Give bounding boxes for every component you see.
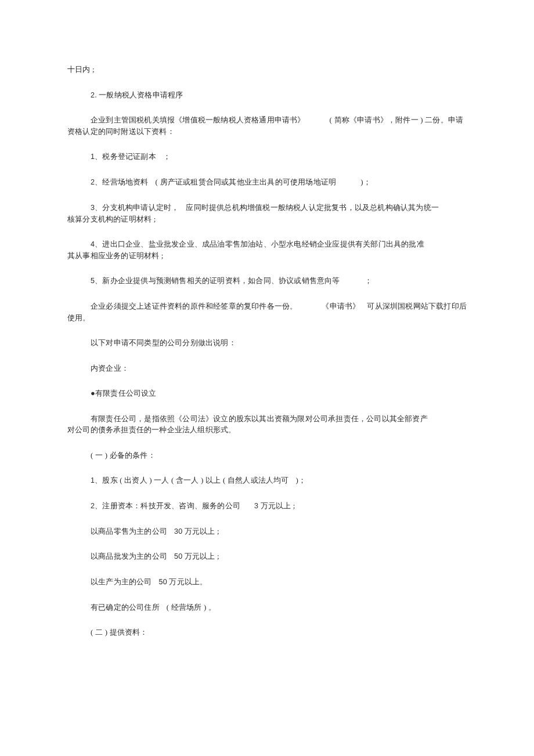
text: ( 一 ) 必备的条件： (91, 451, 156, 460)
text: ( 经营场所 ) 。 (167, 603, 216, 612)
text: 以商品批发为主的公司 (91, 552, 167, 560)
text: 可从深圳国税网站下载打印后 (367, 302, 467, 310)
text: 十日内 ; (67, 65, 95, 74)
list-item-2: 2、经营场地资料( 房产证或租赁合同或其他业主出具的可使用场地证明)； (67, 176, 470, 188)
text: 、经营场地资料 (95, 178, 148, 186)
list-item-1: 1、税务登记证副本； (67, 151, 470, 162)
text: 对公司的债务承担责任的一种企业法人组织形式。 (67, 425, 236, 434)
text: )； (296, 476, 306, 484)
list-item: 有已确定的公司住所( 经营场所 ) 。 (67, 602, 470, 613)
document-page: 十日内 ; 2. 一般纳税人资格申请程序 企业到主管国税机关填报《增值税一般纳税… (67, 64, 470, 638)
numeral: 50 (174, 552, 182, 560)
text: 资格认定的同时附送以下资料： (67, 127, 175, 136)
section-label: ( 二 ) 提供资料： (67, 627, 470, 638)
text: 有限责任公司，是指依照《公司法》设立的股东以其出资额为限对公司承担责任，公司以其… (67, 413, 428, 425)
text: 、进出口企业、盐业批发企业、成品油零售加油站、小型水电经销企业应提供有关部门出具… (95, 240, 424, 248)
text: 、税务登记证副本 (95, 152, 156, 161)
text: 《申请书》 (322, 302, 360, 310)
text: 企业到主管国税机关填报《增值税一般纳税人资格通用申请书》 (67, 114, 305, 126)
section-label: ( 一 ) 必备的条件： (67, 450, 470, 461)
line-continuation: 十日内 ; (67, 64, 470, 75)
text: )； (360, 178, 371, 186)
text: 、新办企业提供与预测销售相关的证明资料，如合同、协议或销售意向等 (95, 276, 340, 285)
list-item-3: 3、分支机构申请认定时，应同时提供总机构增值税一般纳税人认定批复书，以及总机构确… (67, 202, 470, 225)
text: 万元以上 ; (182, 552, 219, 560)
paragraph: 以下对申请不同类型的公司分别做出说明： (67, 337, 470, 349)
list-item-4: 4、进出口企业、盐业批发企业、成品油零售加油站、小型水电经销企业应提供有关部门出… (67, 238, 470, 261)
numeral: 4 (67, 239, 95, 250)
paragraph: 企业必须提交上述证件资料的原件和经签章的复印件各一份。《申请书》可从深圳国税网站… (67, 301, 470, 323)
text: 其从事相应业务的证明材料 ; (67, 251, 164, 260)
numeral: 30 (174, 527, 182, 536)
text: 使用。 (67, 313, 91, 322)
list-item: 以生产为主的公司50 万元以上。 (67, 576, 470, 588)
text: 有已确定的公司住所 (91, 603, 160, 612)
list-item: 1、股东 ( 出资人 ) 一人 ( 含一人 ) 以上 ( 自然人或法人均可)； (67, 475, 470, 486)
text: 企业必须提交上述证件资料的原件和经签章的复印件各一份。 (67, 301, 297, 312)
text: 以商品零售为主的公司 (91, 527, 167, 536)
list-item-5: 5、新办企业提供与预测销售相关的证明资料，如合同、协议或销售意向等； (67, 275, 470, 287)
text: 内资企业： (91, 364, 129, 372)
section-heading: 2. 一般纳税人资格申请程序 (67, 89, 470, 101)
text: 万元以上 ; (182, 527, 219, 536)
paragraph: 有限责任公司，是指依照《公司法》设立的股东以其出资额为限对公司承担责任，公司以其… (67, 413, 470, 436)
text: 、股东 ( 出资人 ) 一人 ( 含一人 ) 以上 ( 自然人或法人均可 (95, 476, 288, 484)
numeral: 50 (159, 578, 167, 586)
paragraph: 企业到主管国税机关填报《增值税一般纳税人资格通用申请书》( 简称《申请书》，附件… (67, 114, 470, 137)
text: 、分支机构申请认定时， (95, 203, 179, 212)
text: 一般纳税人资格申请程序 (97, 91, 183, 99)
text: ( 二 ) 提供资料： (91, 628, 148, 636)
list-item: 2、注册资本：科技开发、咨询、服务的公司3 万元以上 ; (67, 500, 470, 512)
text: 以生产为主的公司 (91, 577, 152, 586)
numeral: 2. (91, 91, 97, 99)
text: ； (163, 152, 171, 161)
text: ； (365, 276, 372, 285)
subheading: 内资企业： (67, 363, 470, 374)
text: 万元以上 ; (258, 501, 295, 510)
text: 万元以上。 (167, 577, 207, 586)
text: 、注册资本：科技开发、咨询、服务的公司 (95, 501, 240, 510)
text: 核算分支机构的证明材料 ; (67, 215, 156, 223)
bullet-heading: ●有限责任公司设立 (67, 388, 470, 399)
text: 应同时提供总机构增值税一般纳税人认定批复书，以及总机构确认其为统一 (186, 203, 439, 212)
numeral: 3 (67, 202, 95, 214)
list-item: 以商品零售为主的公司30 万元以上 ; (67, 526, 470, 537)
text: ( 房产证或租赁合同或其他业主出具的可使用场地证明 (156, 178, 337, 186)
list-item: 以商品批发为主的公司50 万元以上 ; (67, 551, 470, 562)
text: 以下对申请不同类型的公司分别做出说明： (91, 338, 236, 347)
text: ( 简称《申请书》，附件一 ) 二份。申请 (330, 115, 464, 124)
text: ●有限责任公司设立 (91, 389, 157, 397)
